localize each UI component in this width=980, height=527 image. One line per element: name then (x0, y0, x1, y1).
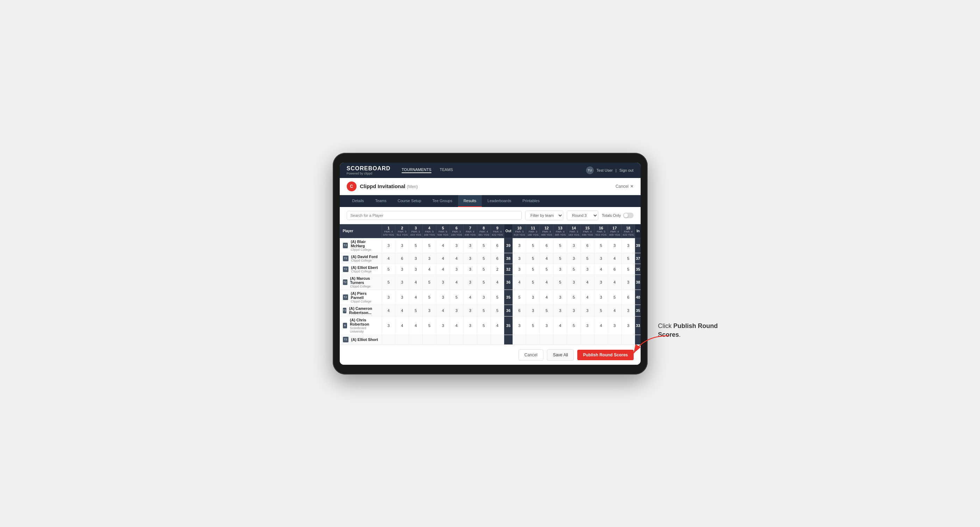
score-hole-4[interactable]: 3 (423, 305, 436, 316)
score-hole-10[interactable]: 3 (512, 238, 526, 253)
score-hole-2[interactable]: 3 (395, 290, 409, 305)
score-hole-2[interactable]: 3 (395, 275, 409, 290)
score-hole-12[interactable]: 4 (540, 275, 554, 290)
tab-leaderboards[interactable]: Leaderboards (482, 195, 517, 207)
score-hole-1[interactable]: 3 (382, 290, 395, 305)
score-hole-7[interactable]: 3 (463, 264, 477, 275)
score-hole-4[interactable]: 3 (423, 253, 436, 264)
score-hole-16[interactable]: 3 (594, 275, 608, 290)
score-hole-2[interactable]: 3 (395, 238, 409, 253)
score-hole-7[interactable]: 3 (463, 316, 477, 335)
score-hole-5[interactable]: 3 (436, 275, 450, 290)
score-hole-15[interactable]: 4 (581, 290, 594, 305)
score-hole-9[interactable]: 4 (490, 275, 504, 290)
score-hole-16[interactable]: 3 (594, 290, 608, 305)
score-hole-7[interactable]: 3 (463, 275, 477, 290)
score-hole-10[interactable]: 3 (512, 264, 526, 275)
score-hole-3[interactable]: 3 (409, 253, 423, 264)
score-hole-1[interactable]: 3 (382, 316, 395, 335)
score-hole-17[interactable]: 4 (608, 275, 621, 290)
score-hole-10[interactable]: 6 (512, 305, 526, 316)
score-hole-12[interactable]: 4 (540, 253, 554, 264)
score-hole-18[interactable]: 3 (621, 238, 635, 253)
score-hole-12[interactable]: 4 (540, 290, 554, 305)
score-hole-5[interactable]: 4 (436, 253, 450, 264)
score-hole-4[interactable]: 5 (423, 316, 436, 335)
score-hole-17[interactable]: 3 (608, 316, 621, 335)
score-hole-18[interactable]: 5 (621, 264, 635, 275)
nav-tournaments[interactable]: TOURNAMENTS (402, 168, 431, 173)
sign-out-link[interactable]: Sign out (619, 168, 633, 172)
score-hole-18[interactable]: 3 (621, 316, 635, 335)
score-hole-4[interactable]: 4 (423, 264, 436, 275)
score-hole-3[interactable]: 4 (409, 316, 423, 335)
filter-team-select[interactable]: Filter by team (525, 211, 563, 220)
score-hole-16[interactable]: 4 (594, 316, 608, 335)
score-hole-17[interactable]: 4 (608, 305, 621, 316)
score-hole-4[interactable] (423, 335, 436, 344)
publish-round-scores-button[interactable]: Publish Round Scores (577, 350, 633, 360)
score-hole-17[interactable] (608, 335, 621, 344)
score-hole-4[interactable]: 5 (423, 290, 436, 305)
score-hole-9[interactable]: 6 (490, 253, 504, 264)
score-hole-3[interactable] (409, 335, 423, 344)
score-hole-13[interactable]: 3 (554, 264, 567, 275)
score-hole-7[interactable]: 3 (463, 253, 477, 264)
score-hole-10[interactable]: 4 (512, 275, 526, 290)
score-hole-3[interactable]: 4 (409, 275, 423, 290)
tab-details[interactable]: Details (347, 195, 370, 207)
score-hole-1[interactable]: 5 (382, 264, 395, 275)
score-hole-16[interactable]: 5 (594, 238, 608, 253)
score-hole-7[interactable]: 3 (463, 305, 477, 316)
score-hole-16[interactable]: 4 (594, 264, 608, 275)
score-hole-12[interactable]: 3 (540, 316, 554, 335)
cancel-tournament-button[interactable]: Cancel ✕ (616, 184, 633, 189)
score-hole-1[interactable]: 3 (382, 238, 395, 253)
score-hole-1[interactable]: 4 (382, 305, 395, 316)
score-hole-11[interactable]: 3 (526, 290, 540, 305)
score-hole-5[interactable]: 4 (436, 238, 450, 253)
score-hole-5[interactable]: 4 (436, 305, 450, 316)
score-hole-12[interactable]: 5 (540, 264, 554, 275)
score-hole-16[interactable]: 5 (594, 305, 608, 316)
score-hole-15[interactable] (581, 335, 594, 344)
score-hole-11[interactable]: 5 (526, 264, 540, 275)
score-hole-11[interactable]: 5 (526, 238, 540, 253)
score-hole-17[interactable]: 5 (608, 290, 621, 305)
score-hole-15[interactable]: 6 (581, 238, 594, 253)
tab-results[interactable]: Results (458, 195, 482, 207)
score-hole-13[interactable]: 5 (554, 253, 567, 264)
score-hole-12[interactable]: 5 (540, 305, 554, 316)
score-hole-8[interactable]: 5 (477, 253, 490, 264)
score-hole-8[interactable]: 5 (477, 264, 490, 275)
tab-teams[interactable]: Teams (369, 195, 392, 207)
score-hole-6[interactable]: 3 (450, 238, 463, 253)
score-hole-2[interactable]: 3 (395, 264, 409, 275)
score-hole-13[interactable]: 3 (554, 290, 567, 305)
score-hole-18[interactable]: 3 (621, 275, 635, 290)
score-hole-7[interactable]: 3 (463, 238, 477, 253)
tab-tee-groups[interactable]: Tee Groups (427, 195, 458, 207)
save-all-button[interactable]: Save All (547, 349, 574, 360)
score-hole-6[interactable]: 4 (450, 275, 463, 290)
score-hole-14[interactable]: 3 (567, 305, 581, 316)
score-hole-10[interactable]: 3 (512, 253, 526, 264)
tab-printables[interactable]: Printables (517, 195, 545, 207)
score-hole-11[interactable]: 3 (526, 305, 540, 316)
score-hole-16[interactable] (594, 335, 608, 344)
score-hole-18[interactable]: 3 (621, 305, 635, 316)
score-hole-16[interactable]: 3 (594, 253, 608, 264)
score-hole-2[interactable]: 6 (395, 253, 409, 264)
score-hole-14[interactable]: 3 (567, 275, 581, 290)
score-hole-13[interactable]: 4 (554, 316, 567, 335)
score-hole-6[interactable]: 5 (450, 290, 463, 305)
score-hole-10[interactable] (512, 335, 526, 344)
score-hole-9[interactable]: 4 (490, 316, 504, 335)
score-hole-9[interactable] (490, 335, 504, 344)
score-hole-6[interactable]: 3 (450, 264, 463, 275)
score-hole-3[interactable]: 5 (409, 238, 423, 253)
score-hole-15[interactable]: 4 (581, 275, 594, 290)
score-hole-9[interactable]: 2 (490, 264, 504, 275)
round-select[interactable]: Round 3 (567, 211, 598, 220)
score-hole-11[interactable]: 5 (526, 253, 540, 264)
